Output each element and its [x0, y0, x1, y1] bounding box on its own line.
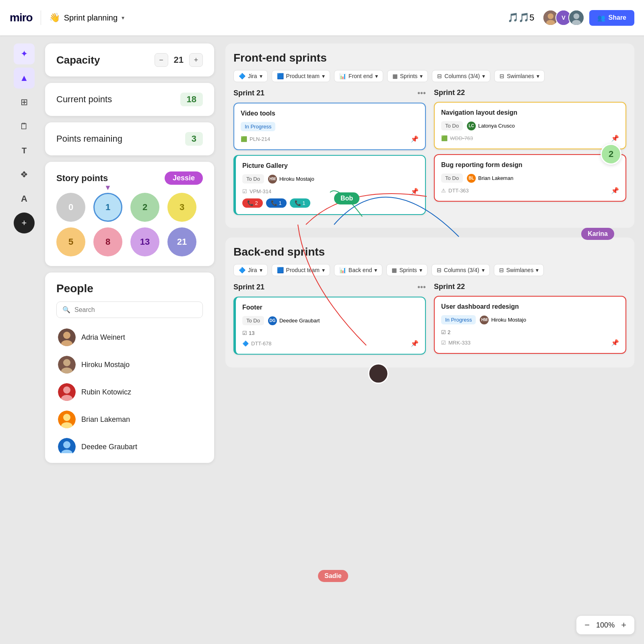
toolbar-back-end[interactable]: 📊 Back end ▾: [334, 264, 382, 276]
story-circle-0[interactable]: 0: [56, 193, 85, 222]
card-id-nav: 🟩 WDD-763: [441, 135, 473, 141]
swimlanes-icon-be: ⊟: [499, 267, 504, 273]
toolbar-front-end[interactable]: 📊 Front end ▾: [334, 70, 383, 82]
assignee-name-latonya: Latonya Crusco: [478, 123, 515, 129]
be-sprint21-menu[interactable]: •••: [417, 283, 426, 292]
story-circle-2[interactable]: 2: [130, 193, 159, 222]
assignee-chip-brian: BL Brian Lakeman: [467, 174, 513, 183]
story-circle-1[interactable]: ▼ 1: [93, 193, 122, 222]
capacity-card: Capacity − 21 +: [45, 43, 214, 76]
action-chip-teal-1[interactable]: 📞 1: [290, 198, 310, 208]
chevron-icon: ▾: [322, 73, 325, 79]
action-chip-red-2[interactable]: 📞 2: [242, 198, 263, 208]
story-circle-5[interactable]: 5: [56, 227, 85, 256]
person-hiroku[interactable]: Hiroku Mostajo: [56, 352, 203, 378]
fe-sprint21-menu[interactable]: •••: [417, 89, 426, 98]
left-toolbar: ✦ ▲ ⊞ 🗒 T ❖ A +: [10, 43, 39, 233]
pin-icon-footer[interactable]: 📌: [411, 340, 419, 347]
card-user-dashboard[interactable]: User dashboard redesign In Progress HM H…: [434, 296, 626, 354]
columns-icon: ⊟: [437, 73, 442, 79]
toolbar-sprints-fe[interactable]: ▦ Sprints ▾: [387, 70, 428, 82]
zoom-in-button[interactable]: +: [621, 620, 626, 630]
status-badge-todo-bug: To Do: [441, 173, 463, 183]
grid-tool-button[interactable]: ⊞: [14, 92, 35, 113]
person-deedee[interactable]: Deedee Graubart: [56, 434, 203, 453]
toolbar-columns-fe[interactable]: ⊟ Columns (3/4) ▾: [432, 70, 490, 82]
current-points-value: 18: [180, 93, 203, 106]
share-label: Share: [609, 14, 626, 21]
board-area: Front-end sprints 🔷 Jira ▾ 🟦 Product tea…: [225, 43, 634, 634]
fe-sprint21-header: Sprint 21 •••: [233, 89, 426, 98]
story-circle-8[interactable]: 8: [93, 227, 122, 256]
add-tool-button[interactable]: +: [14, 213, 35, 233]
zoom-out-button[interactable]: −: [584, 620, 590, 630]
people-search-input[interactable]: [74, 306, 197, 314]
story-row-1: 0 ▼ 1 2 3: [56, 193, 203, 222]
pen-tool-button[interactable]: A: [14, 188, 35, 209]
toolbar-sprints-be[interactable]: ▦ Sprints ▾: [386, 264, 427, 276]
toolbar-product-team-fe[interactable]: 🟦 Product team ▾: [272, 70, 330, 82]
person-name-deedee: Deedee Graubart: [81, 443, 137, 451]
assignee-chip-hiroku2: HM Hiroku Mostajo: [480, 316, 526, 324]
toolbar-swimlanes-be[interactable]: ⊟ Swimlanes ▾: [494, 264, 544, 276]
card-video-tools[interactable]: Video tools In Progress 🟩 PLN-214 📌: [233, 103, 426, 150]
person-name-brian: Brian Lakeman: [81, 415, 130, 424]
toolbar-product-team-be[interactable]: 🟦 Product team ▾: [272, 264, 330, 276]
card-bug-reporting[interactable]: Bug reporting form design To Do BL Brian…: [434, 154, 626, 202]
sticky-tool-button[interactable]: 🗒: [14, 116, 35, 137]
cursor-tool-button[interactable]: ▲: [14, 68, 35, 89]
pin-icon-gallery[interactable]: 📌: [411, 188, 419, 195]
backend-section: Back-end sprints 🔷 Jira ▾ 🟦 Product team…: [225, 237, 634, 367]
pin-icon-nav[interactable]: 📌: [611, 134, 619, 142]
pin-icon-bug[interactable]: 📌: [611, 187, 619, 194]
toolbar-jira-be[interactable]: 🔷 Jira ▾: [233, 264, 268, 276]
share-button[interactable]: 👥 Share: [589, 10, 634, 26]
capacity-increase-button[interactable]: +: [189, 53, 203, 67]
card-footer-nav: 🟩 WDD-763 📌: [441, 134, 619, 142]
front-end-icon: 📊: [339, 73, 346, 79]
story-circle-13[interactable]: 13: [130, 227, 159, 256]
shapes-tool-button[interactable]: ❖: [14, 164, 35, 185]
capacity-decrease-button[interactable]: −: [155, 53, 168, 67]
capacity-control: − 21 +: [155, 53, 203, 67]
chevron-down-icon: ▾: [122, 14, 124, 21]
card-number-footer: ☑ 13: [242, 330, 254, 336]
hand-icon: 👋: [49, 12, 60, 23]
assignee-name-deedee: Deedee Graubart: [279, 318, 320, 324]
people-search-box[interactable]: 🔍: [56, 301, 203, 318]
card-footer[interactable]: Footer To Do DG Deedee Graubart ☑ 13 🔷: [233, 297, 426, 355]
chevron-icon-be3: ▾: [374, 267, 377, 273]
story-circle-3[interactable]: 3: [167, 193, 196, 222]
svg-point-21: [63, 441, 70, 448]
ticket-icon-bug: ⚠: [441, 188, 446, 194]
card-title-video-tools: Video tools: [241, 110, 419, 117]
board-title[interactable]: 👋 Sprint planning ▾: [49, 12, 124, 23]
backend-sprint21: Sprint 21 ••• Footer To Do DG Deedee Gra…: [233, 283, 426, 359]
pin-icon-dashboard[interactable]: 📌: [611, 339, 619, 347]
person-brian[interactable]: Brian Lakeman: [56, 407, 203, 432]
sparkle-tool-button[interactable]: ✦: [14, 43, 35, 64]
cursor-num-karina: 2: [601, 144, 621, 165]
toolbar-columns-be[interactable]: ⊟ Columns (3/4) ▾: [431, 264, 490, 276]
person-adria[interactable]: Adria Weinert: [56, 324, 203, 350]
card-footer-video: 🟩 PLN-214 📌: [241, 135, 419, 143]
svg-point-7: [572, 20, 581, 25]
swimlanes-icon: ⊟: [500, 73, 504, 79]
action-chip-blue-1[interactable]: 📞 1: [266, 198, 287, 208]
card-picture-gallery[interactable]: Picture Gallery To Do HM Hiroku Mostajo …: [233, 155, 426, 215]
text-tool-button[interactable]: T: [14, 140, 35, 161]
card-nav-layout[interactable]: Navigation layout design To Do LC Latony…: [434, 102, 626, 149]
user-badge: Jessie: [165, 171, 203, 185]
toolbar-swimlanes-fe[interactable]: ⊟ Swimlanes ▾: [494, 70, 545, 82]
card-footer-dashboard: ☑ MRK-333 📌: [441, 339, 619, 347]
header-right: 🎵🎵5 V 👥 Share: [508, 10, 634, 26]
story-circle-21[interactable]: 21: [167, 227, 196, 256]
status-badge-in-progress: In Progress: [241, 122, 275, 131]
pin-icon-video[interactable]: 📌: [411, 135, 419, 143]
person-avatar-brian: [58, 411, 76, 428]
frontend-toolbar: 🔷 Jira ▾ 🟦 Product team ▾ 📊 Front end ▾ …: [233, 70, 626, 82]
status-badge-todo-footer: To Do: [242, 316, 264, 325]
toolbar-jira-fe[interactable]: 🔷 Jira ▾: [233, 70, 268, 82]
person-name-hiroku: Hiroku Mostajo: [81, 361, 130, 369]
person-rubin[interactable]: Rubin Kotowicz: [56, 379, 203, 405]
